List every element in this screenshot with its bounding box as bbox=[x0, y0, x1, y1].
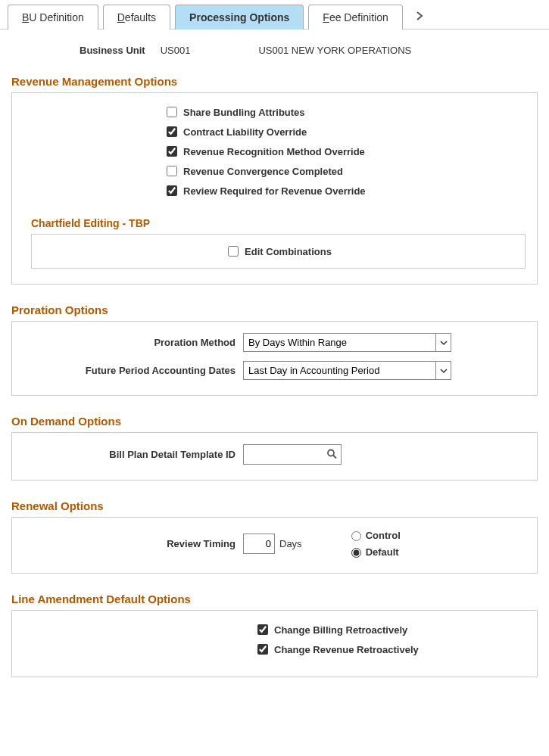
business-unit-label: Business Unit bbox=[80, 45, 145, 56]
share-bundling-checkbox[interactable] bbox=[167, 107, 177, 117]
rev-recog-method-label: Revenue Recognition Method Override bbox=[183, 146, 365, 157]
change-revenue-label: Change Revenue Retroactively bbox=[274, 644, 419, 655]
rev-convergence-checkbox[interactable] bbox=[167, 166, 177, 176]
tabs-more-icon[interactable] bbox=[407, 4, 432, 29]
rev-convergence-label: Revenue Convergence Completed bbox=[183, 166, 343, 177]
change-revenue-row[interactable]: Change Revenue Retroactively bbox=[254, 642, 526, 657]
tab-bar: BU Definition Defaults Processing Option… bbox=[0, 0, 549, 30]
contract-liability-label: Contract Liability Override bbox=[183, 126, 307, 138]
tab-defaults[interactable]: Defaults bbox=[103, 5, 170, 30]
future-period-label: Future Period Accounting Dates bbox=[23, 365, 243, 376]
change-billing-checkbox[interactable] bbox=[257, 624, 268, 635]
proration-options-panel: Proration Method By Days Within Range Fu… bbox=[11, 321, 538, 396]
review-required-checkbox[interactable] bbox=[167, 185, 177, 196]
search-icon[interactable] bbox=[326, 448, 337, 461]
control-radio[interactable] bbox=[351, 531, 361, 541]
svg-point-0 bbox=[328, 450, 334, 456]
revenue-management-panel: Share Bundling Attributes Contract Liabi… bbox=[11, 92, 538, 285]
contract-liability-row[interactable]: Contract Liability Override bbox=[164, 124, 526, 139]
chartfield-editing-title: Chartfield Editing - TBP bbox=[31, 217, 526, 229]
on-demand-options-panel: Bill Plan Detail Template ID bbox=[11, 432, 538, 481]
edit-combinations-label: Edit Combinations bbox=[245, 246, 332, 257]
bill-plan-template-label: Bill Plan Detail Template ID bbox=[23, 449, 243, 460]
tab-bu-definition[interactable]: BU Definition bbox=[8, 5, 98, 30]
control-radio-label: Control bbox=[366, 530, 401, 541]
chartfield-editing-panel: Edit Combinations bbox=[31, 234, 526, 269]
revenue-management-title: Revenue Management Options bbox=[11, 75, 538, 88]
renewal-options-panel: Review Timing Days Control Default bbox=[11, 517, 538, 574]
control-radio-row[interactable]: Control bbox=[348, 529, 401, 541]
edit-combinations-checkbox[interactable] bbox=[228, 246, 239, 257]
share-bundling-label: Share Bundling Attributes bbox=[183, 107, 305, 118]
review-required-label: Review Required for Revenue Override bbox=[183, 185, 366, 197]
edit-combinations-row[interactable]: Edit Combinations bbox=[41, 244, 516, 259]
change-revenue-checkbox[interactable] bbox=[257, 644, 268, 655]
renewal-options-title: Renewal Options bbox=[11, 499, 538, 512]
proration-method-select[interactable]: By Days Within Range bbox=[243, 333, 451, 352]
line-amendment-panel: Change Billing Retroactively Change Reve… bbox=[11, 610, 538, 677]
rev-recog-method-checkbox[interactable] bbox=[167, 146, 177, 157]
change-billing-label: Change Billing Retroactively bbox=[274, 624, 407, 636]
svg-line-1 bbox=[333, 455, 336, 458]
review-timing-input[interactable] bbox=[243, 534, 275, 554]
days-label: Days bbox=[279, 538, 302, 549]
business-unit-description: US001 NEW YORK OPERATIONS bbox=[258, 45, 411, 56]
proration-method-label: Proration Method bbox=[23, 337, 243, 348]
line-amendment-title: Line Amendment Default Options bbox=[11, 593, 538, 605]
rev-convergence-row[interactable]: Revenue Convergence Completed bbox=[164, 163, 526, 179]
change-billing-row[interactable]: Change Billing Retroactively bbox=[254, 622, 526, 637]
business-unit-row: Business Unit US001 US001 NEW YORK OPERA… bbox=[11, 45, 538, 56]
rev-recog-method-row[interactable]: Revenue Recognition Method Override bbox=[164, 144, 526, 159]
proration-options-title: Proration Options bbox=[11, 303, 538, 316]
default-radio-row[interactable]: Default bbox=[348, 546, 401, 558]
review-timing-label: Review Timing bbox=[23, 538, 243, 549]
share-bundling-row[interactable]: Share Bundling Attributes bbox=[164, 104, 526, 120]
default-radio-label: Default bbox=[366, 546, 399, 558]
default-radio[interactable] bbox=[351, 548, 361, 558]
review-required-row[interactable]: Review Required for Revenue Override bbox=[164, 183, 526, 198]
tab-fee-definition[interactable]: Fee Definition bbox=[308, 5, 402, 30]
business-unit-value: US001 bbox=[161, 45, 191, 56]
tab-processing-options[interactable]: Processing Options bbox=[175, 5, 304, 30]
on-demand-options-title: On Demand Options bbox=[11, 415, 538, 428]
future-period-select[interactable]: Last Day in Accounting Period bbox=[243, 361, 451, 380]
contract-liability-checkbox[interactable] bbox=[167, 126, 177, 137]
